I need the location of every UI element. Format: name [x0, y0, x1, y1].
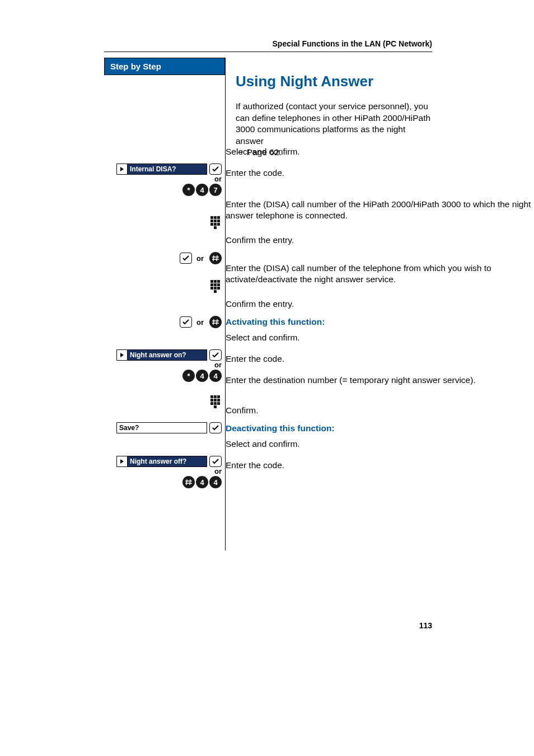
line-select-confirm-1: Select and confirm.: [226, 146, 534, 157]
key-hash: [209, 316, 222, 328]
code-keys-internal-disa: * 4 7: [104, 184, 222, 196]
play-icon: [117, 456, 128, 466]
header-rule: [104, 52, 432, 52]
key-4: 4: [196, 184, 208, 196]
running-header: Special Functions in the LAN (PC Network…: [0, 0, 534, 48]
key-star: *: [182, 184, 195, 196]
key-4b: 4: [209, 370, 222, 382]
svg-marker-9: [120, 353, 124, 357]
intro-text: If authorized (contact your service pers…: [236, 101, 430, 145]
code-keys-night-on: * 4 4: [104, 370, 222, 382]
svg-line-2: [217, 255, 217, 261]
dialpad-icon: [210, 216, 222, 230]
key-4b: 4: [209, 476, 222, 488]
key-sequence: * 4 7: [181, 184, 222, 196]
line-confirm: Confirm.: [226, 405, 534, 416]
svg-marker-10: [120, 459, 124, 464]
body-column: Using Night Answer If authorized (contac…: [226, 58, 534, 166]
page-number: 113: [419, 621, 432, 630]
line-enter-code-2: Enter the code.: [226, 353, 534, 365]
row-dialpad-1: [104, 216, 222, 230]
display-label: Internal DISA?: [128, 164, 207, 174]
dialpad-icon: [210, 280, 222, 293]
confirm-icon: [180, 316, 192, 328]
activating-heading: Activating this function:: [226, 316, 534, 328]
line-confirm-entry-1: Confirm the entry.: [226, 235, 534, 246]
line-enter-code-3: Enter the code.: [226, 460, 534, 471]
step-by-step-header: Step by Step: [104, 58, 225, 75]
key-hash-d: [182, 476, 195, 488]
row-dialpad-2: [104, 280, 222, 293]
display-label: Night answer off?: [128, 456, 207, 466]
svg-line-6: [217, 319, 217, 325]
page: Special Functions in the LAN (PC Network…: [0, 0, 534, 756]
line-select-confirm-3: Select and confirm.: [226, 438, 534, 450]
line-confirm-entry-2: Confirm the entry.: [226, 298, 534, 310]
dialpad-icon: [210, 395, 222, 409]
row-dialpad-3: [104, 395, 222, 409]
key-4a: 4: [196, 476, 208, 488]
confirm-icon: [209, 422, 222, 433]
or-label-1: or: [214, 175, 222, 183]
display-internal-disa: Internal DISA?: [116, 164, 207, 175]
or-label-night-off: or: [214, 467, 222, 475]
key-star: *: [182, 370, 195, 382]
confirm-icon: [209, 349, 222, 361]
svg-line-11: [186, 479, 187, 485]
play-icon: [117, 164, 128, 174]
running-title-text: Special Functions in the LAN (PC Network…: [273, 39, 432, 48]
section-title: Using Night Answer: [236, 72, 432, 91]
confirm-icon: [209, 164, 222, 175]
row-internal-disa: Internal DISA?: [104, 164, 222, 175]
play-icon: [117, 350, 128, 360]
display-night-on: Night answer on?: [116, 349, 207, 361]
row-night-answer-off: Night answer off?: [104, 456, 222, 467]
or-label-night-on: or: [214, 361, 222, 369]
content-columns: Step by Step Internal DISA? or: [104, 58, 534, 550]
row-night-answer-on: Night answer on?: [104, 349, 222, 361]
step-by-step-column: Step by Step Internal DISA? or: [104, 58, 226, 550]
code-keys-night-off: 4 4: [104, 476, 222, 488]
row-confirm-1: or: [104, 252, 222, 264]
display-save: Save?: [116, 422, 207, 433]
display-label: Night answer on?: [128, 350, 207, 360]
display-night-off: Night answer off?: [116, 456, 207, 467]
confirm-icon: [209, 456, 222, 467]
display-label: Save?: [117, 423, 207, 433]
or-inline-1: or: [196, 254, 204, 263]
line-select-confirm-2: Select and confirm.: [226, 332, 534, 343]
svg-line-12: [190, 479, 190, 485]
or-inline-2: or: [196, 318, 204, 326]
line-enter-code-1: Enter the code.: [226, 167, 534, 179]
line-disa-num-1: Enter the (DISA) call number of the HiPa…: [226, 199, 534, 222]
svg-line-5: [213, 319, 214, 325]
line-disa-num-2: Enter the (DISA) call number of the tele…: [226, 263, 534, 286]
key-sequence: * 4 4: [181, 370, 222, 382]
key-7: 7: [209, 184, 222, 196]
key-4a: 4: [196, 370, 208, 382]
row-confirm-2: or: [104, 316, 222, 328]
deactivating-heading: Deactivating this function:: [226, 423, 534, 434]
svg-marker-0: [120, 167, 124, 171]
svg-line-1: [213, 255, 214, 261]
confirm-icon: [180, 253, 192, 264]
key-hash: [209, 252, 222, 264]
key-sequence: 4 4: [181, 476, 222, 488]
line-dest-num: Enter the destination number (= temporar…: [226, 375, 534, 386]
row-save: Save?: [104, 422, 222, 433]
